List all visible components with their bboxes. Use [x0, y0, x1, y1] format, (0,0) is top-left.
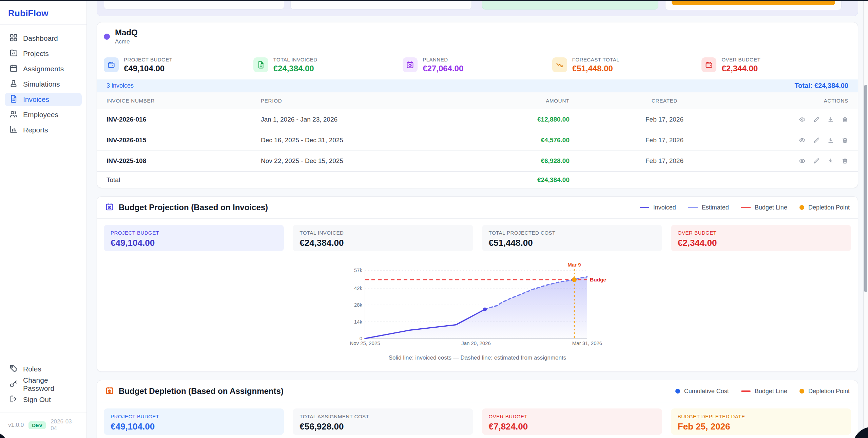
wallet-icon [701, 57, 716, 72]
sidebar-item-reports[interactable]: Reports [5, 123, 82, 137]
invoice-row: INV-2025-108Nov 22, 2025 - Dec 15, 2025€… [97, 151, 858, 171]
legend-line [688, 207, 698, 208]
stat-tile-over-budget: OVER BUDGET€2,344.00 [671, 225, 851, 251]
flask-icon [9, 79, 18, 90]
calendar-clock-icon [105, 202, 114, 213]
project-avatar [104, 34, 110, 40]
project-stat-project-budget: PROJECT BUDGET€49,104.00 [104, 57, 253, 73]
svg-text:Nov 25, 2025: Nov 25, 2025 [350, 340, 380, 346]
dashboard-icon [9, 33, 18, 44]
eye-icon[interactable] [799, 158, 806, 164]
projects-icon [9, 49, 18, 59]
depletion-title: Budget Depletion (Based on Assignments) [119, 386, 284, 396]
legend-dot [675, 389, 680, 394]
invoice-amount: €12,880.00 [471, 116, 570, 123]
column-header-amount: AMOUNT [471, 98, 570, 104]
eye-icon[interactable] [799, 116, 806, 123]
delete-icon[interactable] [842, 116, 848, 123]
project-stat-forecast-total: FORECAST TOTAL€51,448.00 [552, 57, 702, 73]
total-label: Total [107, 176, 261, 184]
file-text-icon [253, 57, 268, 72]
stat-tile-project-budget: PROJECT BUDGET€49,104.00 [104, 225, 284, 251]
stat-tile-total-projected-cost: TOTAL PROJECTED COST€51,448.00 [482, 225, 662, 251]
filter-input[interactable] [104, 0, 284, 10]
trend-icon [552, 57, 567, 72]
download-icon[interactable] [827, 137, 834, 144]
app-version: v1.0.0 [8, 422, 24, 428]
sidebar-item-sign-out[interactable]: Sign Out [5, 393, 82, 406]
legend-item-budget-line: Budget Line [741, 204, 787, 211]
stat-tile-project-budget: PROJECT BUDGET€49,104.00 [104, 408, 284, 435]
invoice-created: Feb 17, 2026 [570, 136, 759, 144]
invoice-number: INV-2026-016 [107, 116, 261, 123]
action-panel [665, 0, 842, 10]
svg-text:28k: 28k [354, 302, 362, 308]
page-scrollbar [863, 0, 868, 438]
window-top-edge [0, 0, 868, 1]
budget-projection-card: Budget Projection (Based on Invoices) In… [97, 196, 858, 372]
invoice-count: 3 invoices [107, 82, 134, 89]
status-panel [482, 0, 658, 10]
sidebar-nav: DashboardProjectsAssignmentsSimulationsI… [0, 25, 86, 137]
project-stat-total-invoiced: TOTAL INVOICED€24,384.00 [253, 57, 403, 73]
edit-icon[interactable] [813, 158, 820, 164]
sidebar-item-projects[interactable]: Projects [5, 47, 82, 60]
invoices-summary-bar: 3 invoices Total: €24,384.00 [97, 79, 858, 92]
legend-item-estimated: Estimated [688, 204, 729, 211]
project-stat-over-budget: OVER BUDGET€2,344.00 [701, 57, 851, 73]
invoice-period: Nov 22, 2025 - Dec 15, 2025 [261, 157, 471, 165]
delete-icon[interactable] [842, 137, 848, 144]
filter-input[interactable] [290, 0, 472, 10]
project-invoices-card: MadQ Acme PROJECT BUDGET€49,104.00TOTAL … [97, 22, 858, 188]
projection-legend: InvoicedEstimatedBudget LineDepletion Po… [640, 204, 850, 211]
bar-chart-icon [9, 125, 18, 135]
invoice-number: INV-2026-015 [107, 136, 261, 144]
svg-text:42k: 42k [354, 285, 362, 291]
scrollbar-thumb[interactable] [864, 85, 867, 292]
legend-line [741, 207, 751, 208]
chart-caption: Solid line: invoiced costs — Dashed line… [97, 348, 858, 371]
legend-dot [799, 389, 804, 394]
sidebar-item-assignments[interactable]: Assignments [5, 62, 82, 76]
sidebar-item-invoices[interactable]: Invoices [5, 93, 82, 106]
invoice-amount: €4,576.00 [471, 136, 570, 144]
budget-projection-chart: 014k28k42k57kMar 9BudgetNov 25, 2025Jan … [349, 260, 606, 348]
depletion-legend: Cumulative CostBudget LineDepletion Poin… [675, 388, 850, 395]
file-text-icon [9, 94, 18, 105]
download-icon[interactable] [827, 158, 834, 164]
delete-icon[interactable] [842, 158, 848, 164]
legend-item-budget-line: Budget Line [741, 388, 787, 395]
tag-icon [9, 364, 18, 375]
svg-text:14k: 14k [354, 319, 362, 325]
sidebar-item-change-password[interactable]: Change Password [5, 378, 82, 391]
sidebar-item-dashboard[interactable]: Dashboard [5, 32, 82, 45]
svg-text:57k: 57k [354, 267, 362, 273]
app-logo[interactable]: RubiFlow [0, 0, 86, 25]
invoice-table-body: INV-2026-016Jan 1, 2026 - Jan 23, 2026€1… [97, 109, 858, 171]
invoice-created: Feb 17, 2026 [570, 157, 759, 165]
build-date: 2026-03-04 [51, 418, 78, 432]
svg-text:Jan 20, 2026: Jan 20, 2026 [461, 340, 491, 346]
stat-tile-total-assignment-cost: TOTAL ASSIGNMENT COST€56,928.00 [293, 408, 473, 435]
column-header-actions: ACTIONS [759, 98, 848, 104]
sidebar-item-employees[interactable]: Employees [5, 108, 82, 122]
column-header-created: CREATED [570, 98, 759, 104]
legend-item-depletion-point: Depletion Point [799, 388, 850, 395]
legend-item-depletion-point: Depletion Point [799, 204, 850, 211]
users-icon [9, 110, 18, 120]
invoice-actions [759, 158, 848, 164]
edit-icon[interactable] [813, 137, 820, 144]
toolbar-remnant-card [97, 0, 858, 16]
invoice-created: Feb 17, 2026 [570, 116, 759, 123]
eye-icon[interactable] [799, 137, 806, 144]
invoice-row: INV-2026-016Jan 1, 2026 - Jan 23, 2026€1… [97, 109, 858, 130]
sidebar-item-simulations[interactable]: Simulations [5, 77, 82, 91]
edit-icon[interactable] [813, 116, 820, 123]
download-icon[interactable] [827, 116, 834, 123]
sidebar-item-roles[interactable]: Roles [5, 362, 82, 376]
svg-text:Mar 9: Mar 9 [567, 262, 581, 268]
invoice-total-row: Total €24,384.00 [97, 171, 858, 188]
invoice-period: Jan 1, 2026 - Jan 23, 2026 [261, 116, 471, 123]
invoice-table-header: INVOICE NUMBERPERIODAMOUNTCREATEDACTIONS [97, 92, 858, 109]
legend-line [640, 207, 649, 208]
